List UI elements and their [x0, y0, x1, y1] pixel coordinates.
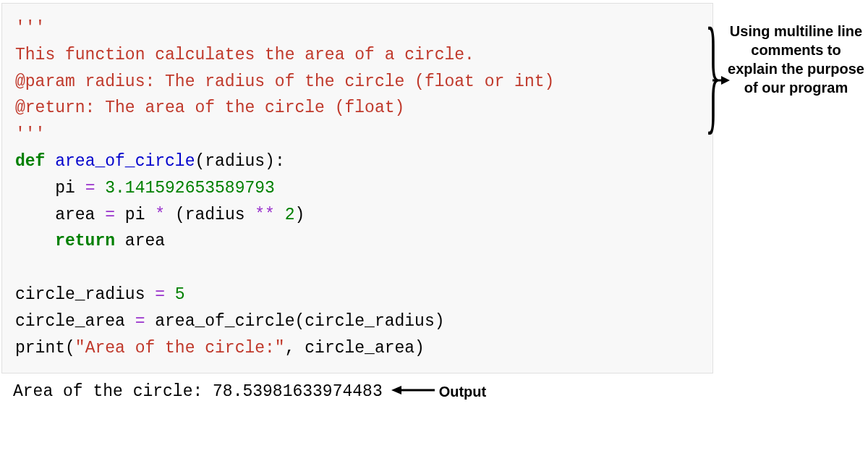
- area-mid2: (radius: [165, 206, 255, 224]
- brace-annotation: Using multiline line comments to explain…: [726, 22, 867, 97]
- docstring-open: ''': [15, 19, 45, 38]
- star-op: *: [155, 206, 165, 224]
- print-name: print: [15, 339, 65, 358]
- pi-value: 3.141592653589793: [95, 179, 274, 198]
- curly-brace-icon: }: [705, 9, 721, 139]
- area-mid1: pi: [115, 206, 155, 224]
- func-params: (radius):: [195, 152, 284, 171]
- svg-marker-1: [391, 386, 401, 394]
- docstring-line-1: This function calculates the area of a c…: [15, 46, 475, 64]
- code-block: ''' This function calculates the area of…: [1, 3, 713, 373]
- dstar-op: **: [255, 206, 275, 224]
- circle-area-left: circle_area: [15, 312, 135, 331]
- circle-area-call: area_of_circle(circle_radius): [145, 312, 444, 331]
- eq-op-1: =: [85, 179, 95, 198]
- arrow-left-icon: [391, 382, 435, 401]
- eq-op-3: =: [155, 285, 165, 304]
- circle-radius-left: circle_radius: [15, 285, 155, 304]
- eq-op-2: =: [105, 206, 115, 224]
- return-keyword: return: [15, 232, 115, 250]
- circle-radius-val: 5: [165, 285, 185, 304]
- area-end: ): [295, 206, 305, 224]
- docstring-line-3: @return: The area of the circle (float): [15, 98, 404, 117]
- output-text: Area of the circle: 78.53981633974483: [13, 382, 383, 401]
- print-string: "Area of the circle:": [75, 339, 285, 358]
- output-label: Output: [439, 384, 487, 400]
- eq-op-4: =: [135, 312, 145, 331]
- two-literal: 2: [285, 206, 295, 224]
- docstring-close: ''': [15, 125, 45, 144]
- area-mid3: [275, 206, 285, 224]
- def-keyword: def: [15, 152, 45, 171]
- return-var: area: [115, 232, 165, 250]
- pi-left: pi: [15, 179, 85, 198]
- docstring-line-2: @param radius: The radius of the circle …: [15, 72, 554, 91]
- area-left: area: [15, 206, 105, 224]
- print-open: (: [65, 339, 75, 358]
- func-name: area_of_circle: [45, 152, 195, 171]
- output-line: Area of the circle: 78.53981633974483 Ou…: [0, 373, 713, 401]
- print-rest: , circle_area): [285, 339, 425, 358]
